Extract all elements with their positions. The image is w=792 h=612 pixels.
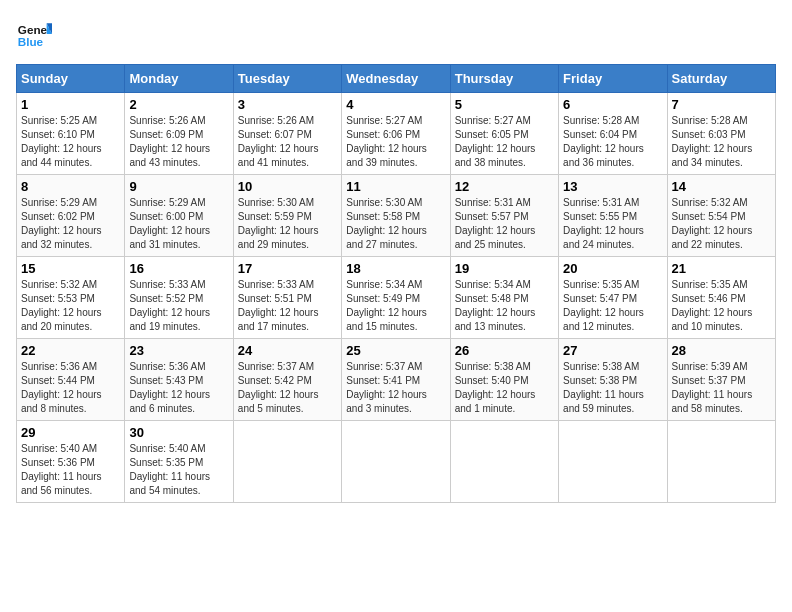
day-info: Sunrise: 5:32 AM Sunset: 5:54 PM Dayligh… — [672, 196, 771, 252]
day-number: 1 — [21, 97, 120, 112]
day-number: 12 — [455, 179, 554, 194]
calendar-table: SundayMondayTuesdayWednesdayThursdayFrid… — [16, 64, 776, 503]
day-info: Sunrise: 5:26 AM Sunset: 6:07 PM Dayligh… — [238, 114, 337, 170]
day-cell — [342, 421, 450, 503]
weekday-header-friday: Friday — [559, 65, 667, 93]
day-number: 16 — [129, 261, 228, 276]
day-cell: 27Sunrise: 5:38 AM Sunset: 5:38 PM Dayli… — [559, 339, 667, 421]
day-info: Sunrise: 5:33 AM Sunset: 5:52 PM Dayligh… — [129, 278, 228, 334]
week-row-3: 15Sunrise: 5:32 AM Sunset: 5:53 PM Dayli… — [17, 257, 776, 339]
day-info: Sunrise: 5:27 AM Sunset: 6:05 PM Dayligh… — [455, 114, 554, 170]
weekday-header-row: SundayMondayTuesdayWednesdayThursdayFrid… — [17, 65, 776, 93]
day-cell: 7Sunrise: 5:28 AM Sunset: 6:03 PM Daylig… — [667, 93, 775, 175]
day-cell: 25Sunrise: 5:37 AM Sunset: 5:41 PM Dayli… — [342, 339, 450, 421]
day-info: Sunrise: 5:30 AM Sunset: 5:59 PM Dayligh… — [238, 196, 337, 252]
weekday-header-monday: Monday — [125, 65, 233, 93]
day-number: 15 — [21, 261, 120, 276]
day-cell: 6Sunrise: 5:28 AM Sunset: 6:04 PM Daylig… — [559, 93, 667, 175]
day-number: 29 — [21, 425, 120, 440]
day-cell: 5Sunrise: 5:27 AM Sunset: 6:05 PM Daylig… — [450, 93, 558, 175]
svg-text:Blue: Blue — [18, 35, 44, 48]
weekday-header-wednesday: Wednesday — [342, 65, 450, 93]
day-number: 8 — [21, 179, 120, 194]
day-info: Sunrise: 5:31 AM Sunset: 5:55 PM Dayligh… — [563, 196, 662, 252]
day-number: 17 — [238, 261, 337, 276]
day-cell: 3Sunrise: 5:26 AM Sunset: 6:07 PM Daylig… — [233, 93, 341, 175]
day-cell: 22Sunrise: 5:36 AM Sunset: 5:44 PM Dayli… — [17, 339, 125, 421]
logo: General Blue — [16, 16, 52, 52]
day-info: Sunrise: 5:35 AM Sunset: 5:46 PM Dayligh… — [672, 278, 771, 334]
day-info: Sunrise: 5:31 AM Sunset: 5:57 PM Dayligh… — [455, 196, 554, 252]
day-info: Sunrise: 5:37 AM Sunset: 5:42 PM Dayligh… — [238, 360, 337, 416]
day-info: Sunrise: 5:25 AM Sunset: 6:10 PM Dayligh… — [21, 114, 120, 170]
day-number: 4 — [346, 97, 445, 112]
week-row-4: 22Sunrise: 5:36 AM Sunset: 5:44 PM Dayli… — [17, 339, 776, 421]
day-cell: 12Sunrise: 5:31 AM Sunset: 5:57 PM Dayli… — [450, 175, 558, 257]
logo-icon: General Blue — [16, 16, 52, 52]
day-cell: 18Sunrise: 5:34 AM Sunset: 5:49 PM Dayli… — [342, 257, 450, 339]
weekday-header-tuesday: Tuesday — [233, 65, 341, 93]
day-number: 11 — [346, 179, 445, 194]
day-number: 27 — [563, 343, 662, 358]
day-cell: 24Sunrise: 5:37 AM Sunset: 5:42 PM Dayli… — [233, 339, 341, 421]
day-number: 23 — [129, 343, 228, 358]
day-number: 9 — [129, 179, 228, 194]
week-row-2: 8Sunrise: 5:29 AM Sunset: 6:02 PM Daylig… — [17, 175, 776, 257]
day-info: Sunrise: 5:33 AM Sunset: 5:51 PM Dayligh… — [238, 278, 337, 334]
weekday-header-sunday: Sunday — [17, 65, 125, 93]
day-cell: 14Sunrise: 5:32 AM Sunset: 5:54 PM Dayli… — [667, 175, 775, 257]
day-cell — [233, 421, 341, 503]
day-info: Sunrise: 5:36 AM Sunset: 5:44 PM Dayligh… — [21, 360, 120, 416]
day-info: Sunrise: 5:34 AM Sunset: 5:49 PM Dayligh… — [346, 278, 445, 334]
weekday-header-saturday: Saturday — [667, 65, 775, 93]
day-number: 25 — [346, 343, 445, 358]
day-cell: 29Sunrise: 5:40 AM Sunset: 5:36 PM Dayli… — [17, 421, 125, 503]
day-number: 3 — [238, 97, 337, 112]
day-cell: 11Sunrise: 5:30 AM Sunset: 5:58 PM Dayli… — [342, 175, 450, 257]
day-info: Sunrise: 5:26 AM Sunset: 6:09 PM Dayligh… — [129, 114, 228, 170]
day-cell: 8Sunrise: 5:29 AM Sunset: 6:02 PM Daylig… — [17, 175, 125, 257]
page-header: General Blue — [16, 16, 776, 52]
day-number: 20 — [563, 261, 662, 276]
week-row-5: 29Sunrise: 5:40 AM Sunset: 5:36 PM Dayli… — [17, 421, 776, 503]
day-number: 6 — [563, 97, 662, 112]
day-cell — [450, 421, 558, 503]
day-info: Sunrise: 5:38 AM Sunset: 5:40 PM Dayligh… — [455, 360, 554, 416]
day-cell — [559, 421, 667, 503]
day-cell: 16Sunrise: 5:33 AM Sunset: 5:52 PM Dayli… — [125, 257, 233, 339]
day-info: Sunrise: 5:36 AM Sunset: 5:43 PM Dayligh… — [129, 360, 228, 416]
day-info: Sunrise: 5:38 AM Sunset: 5:38 PM Dayligh… — [563, 360, 662, 416]
day-number: 28 — [672, 343, 771, 358]
day-info: Sunrise: 5:34 AM Sunset: 5:48 PM Dayligh… — [455, 278, 554, 334]
day-number: 18 — [346, 261, 445, 276]
day-cell: 17Sunrise: 5:33 AM Sunset: 5:51 PM Dayli… — [233, 257, 341, 339]
day-cell: 15Sunrise: 5:32 AM Sunset: 5:53 PM Dayli… — [17, 257, 125, 339]
day-info: Sunrise: 5:35 AM Sunset: 5:47 PM Dayligh… — [563, 278, 662, 334]
day-number: 13 — [563, 179, 662, 194]
day-number: 24 — [238, 343, 337, 358]
day-number: 14 — [672, 179, 771, 194]
day-info: Sunrise: 5:39 AM Sunset: 5:37 PM Dayligh… — [672, 360, 771, 416]
day-cell: 23Sunrise: 5:36 AM Sunset: 5:43 PM Dayli… — [125, 339, 233, 421]
day-info: Sunrise: 5:29 AM Sunset: 6:02 PM Dayligh… — [21, 196, 120, 252]
day-cell: 10Sunrise: 5:30 AM Sunset: 5:59 PM Dayli… — [233, 175, 341, 257]
day-cell: 20Sunrise: 5:35 AM Sunset: 5:47 PM Dayli… — [559, 257, 667, 339]
day-cell: 2Sunrise: 5:26 AM Sunset: 6:09 PM Daylig… — [125, 93, 233, 175]
day-cell — [667, 421, 775, 503]
day-number: 10 — [238, 179, 337, 194]
day-cell: 19Sunrise: 5:34 AM Sunset: 5:48 PM Dayli… — [450, 257, 558, 339]
day-info: Sunrise: 5:29 AM Sunset: 6:00 PM Dayligh… — [129, 196, 228, 252]
day-number: 26 — [455, 343, 554, 358]
day-number: 30 — [129, 425, 228, 440]
day-cell: 21Sunrise: 5:35 AM Sunset: 5:46 PM Dayli… — [667, 257, 775, 339]
day-info: Sunrise: 5:28 AM Sunset: 6:03 PM Dayligh… — [672, 114, 771, 170]
day-info: Sunrise: 5:40 AM Sunset: 5:35 PM Dayligh… — [129, 442, 228, 498]
day-info: Sunrise: 5:32 AM Sunset: 5:53 PM Dayligh… — [21, 278, 120, 334]
day-number: 22 — [21, 343, 120, 358]
day-cell: 1Sunrise: 5:25 AM Sunset: 6:10 PM Daylig… — [17, 93, 125, 175]
day-cell: 4Sunrise: 5:27 AM Sunset: 6:06 PM Daylig… — [342, 93, 450, 175]
day-cell: 30Sunrise: 5:40 AM Sunset: 5:35 PM Dayli… — [125, 421, 233, 503]
day-cell: 26Sunrise: 5:38 AM Sunset: 5:40 PM Dayli… — [450, 339, 558, 421]
day-info: Sunrise: 5:30 AM Sunset: 5:58 PM Dayligh… — [346, 196, 445, 252]
day-info: Sunrise: 5:27 AM Sunset: 6:06 PM Dayligh… — [346, 114, 445, 170]
